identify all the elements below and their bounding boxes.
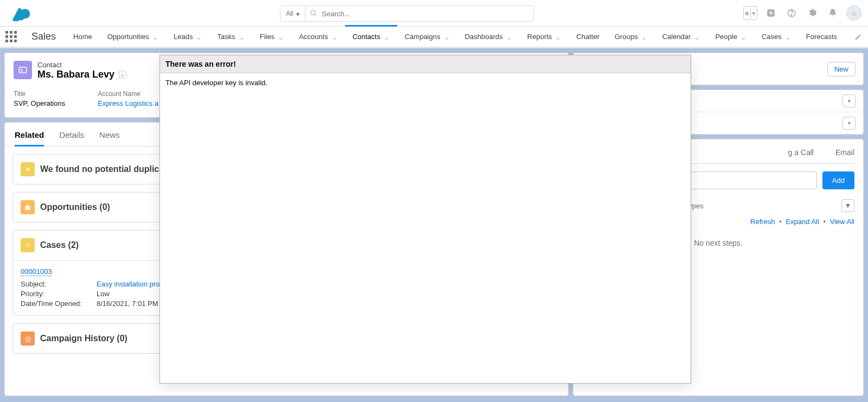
error-modal-message: The API developer key is invalid. <box>160 73 691 92</box>
tab-news[interactable]: News <box>99 130 120 146</box>
chevron-down-icon: ⌄ <box>444 33 450 41</box>
favorites-button[interactable]: ★ ▾ <box>743 6 757 20</box>
chevron-down-icon: ⌄ <box>278 33 284 41</box>
tab-related[interactable]: Related <box>15 130 44 146</box>
help-icon[interactable] <box>784 6 799 20</box>
activity-tab-email[interactable]: Email <box>835 148 854 157</box>
nav-item-label: Accounts <box>299 33 328 41</box>
nav-item-label: Tasks <box>217 33 235 41</box>
title-field-label: Title <box>14 90 65 98</box>
nav-item-label: Leads <box>174 33 193 41</box>
user-avatar[interactable]: ☺ <box>846 5 861 21</box>
error-modal: There was an error! The API developer ke… <box>159 55 691 384</box>
svg-point-4 <box>791 15 792 16</box>
chevron-down-icon: ⌄ <box>331 33 337 41</box>
svg-rect-5 <box>19 67 27 73</box>
refresh-link[interactable]: Refresh <box>750 218 775 226</box>
chevron-down-icon: ▾ <box>296 10 299 18</box>
nav-item-campaigns[interactable]: Campaigns⌄ <box>397 27 457 47</box>
case-number-link[interactable]: 00001003 <box>21 267 52 276</box>
duplicate-icon: ✶ <box>21 162 35 176</box>
svg-point-6 <box>21 69 22 71</box>
nav-item-label: Files <box>260 33 275 41</box>
nav-item-contacts[interactable]: Contacts⌄ <box>345 27 397 47</box>
campaign-icon: ◎ <box>21 331 35 346</box>
global-search: All ▾ <box>280 5 534 22</box>
campaign-heading[interactable]: Campaign History (0) <box>40 334 127 343</box>
case-opened-label: Date/Time Opened: <box>21 299 97 308</box>
title-field-value: SVP, Operations <box>14 99 65 107</box>
nav-item-label: Chatter <box>576 33 599 41</box>
svg-point-0 <box>311 10 315 14</box>
global-header: All ▾ ★ ▾ ☺ <box>0 0 868 27</box>
case-icon: ⌑ <box>21 238 35 252</box>
cases-heading[interactable]: Cases (2) <box>40 240 79 250</box>
search-scope-label: All <box>286 10 293 17</box>
gear-icon[interactable] <box>805 6 819 20</box>
nav-item-label: Forecasts <box>806 33 837 41</box>
chevron-down-icon: ⌄ <box>152 33 158 41</box>
new-button[interactable]: New <box>827 62 856 76</box>
bell-icon[interactable] <box>826 6 840 20</box>
nav-item-dashboards[interactable]: Dashboards⌄ <box>457 27 520 47</box>
account-field-label: Account Name <box>98 90 158 98</box>
case-subject-label: Subject: <box>21 280 97 288</box>
edit-nav-icon[interactable] <box>848 27 868 47</box>
chevron-down-icon: ⌄ <box>741 33 746 41</box>
hierarchy-icon[interactable]: ⌂ <box>119 71 126 79</box>
nav-item-label: People <box>715 33 737 41</box>
nav-item-tasks[interactable]: Tasks⌄ <box>209 27 252 47</box>
duplicates-heading[interactable]: We found no potential duplicat <box>40 164 167 174</box>
salesforce-cloud-logo <box>10 5 34 21</box>
error-modal-title: There was an error! <box>160 55 691 73</box>
opportunity-icon: ☗ <box>21 200 35 214</box>
chevron-down-icon: ⌄ <box>196 33 202 41</box>
nav-item-cases[interactable]: Cases⌄ <box>754 27 799 47</box>
nav-item-label: Groups <box>615 33 638 41</box>
account-link[interactable]: Express Logistics a <box>98 99 158 107</box>
app-name: Sales <box>22 27 66 47</box>
chevron-down-icon: ⌄ <box>555 33 561 41</box>
nav-item-calendar[interactable]: Calendar⌄ <box>655 27 708 47</box>
opportunities-heading[interactable]: Opportunities (0) <box>40 202 110 212</box>
chevron-down-icon: ⌄ <box>239 33 245 41</box>
case-priority-value: Low <box>97 290 110 298</box>
nav-item-label: Calendar <box>662 33 691 41</box>
add-task-button[interactable]: Add <box>822 171 854 189</box>
nav-item-reports[interactable]: Reports⌄ <box>520 27 569 47</box>
nav-item-leads[interactable]: Leads⌄ <box>166 27 209 47</box>
nav-item-label: Home <box>73 33 92 41</box>
tab-details[interactable]: Details <box>59 130 84 146</box>
nav-item-home[interactable]: Home <box>66 27 100 47</box>
view-all-link[interactable]: View All <box>830 218 854 226</box>
nav-item-label: Campaigns <box>405 33 441 41</box>
nav-item-forecasts[interactable]: Forecasts <box>799 27 845 47</box>
star-icon: ★ <box>744 8 751 18</box>
nav-item-files[interactable]: Files⌄ <box>252 27 291 47</box>
nav-item-label: Reports <box>527 33 552 41</box>
context-nav-bar: Sales HomeOpportunities⌄Leads⌄Tasks⌄File… <box>0 27 868 48</box>
activity-tab-call[interactable]: g a Call <box>788 148 814 157</box>
nav-item-label: Opportunities <box>107 33 149 41</box>
case-subject-value[interactable]: Easy installation pro <box>97 280 159 288</box>
expand-all-link[interactable]: Expand All <box>786 218 819 226</box>
search-input[interactable] <box>305 10 533 18</box>
chevron-down-icon: ⌄ <box>384 33 390 41</box>
nav-item-label: Cases <box>762 33 782 41</box>
nav-item-opportunities[interactable]: Opportunities⌄ <box>100 27 166 47</box>
add-button[interactable] <box>764 6 778 20</box>
nav-item-chatter[interactable]: Chatter <box>569 27 607 47</box>
summary-menu-1[interactable]: ▾ <box>843 117 856 130</box>
record-object-type: Contact <box>37 61 126 69</box>
app-launcher[interactable] <box>0 27 22 47</box>
nav-item-people[interactable]: People⌄ <box>707 27 754 47</box>
filter-funnel-icon[interactable]: ▼ <box>841 199 854 212</box>
summary-menu-0[interactable]: ▾ <box>843 94 856 107</box>
nav-item-groups[interactable]: Groups⌄ <box>607 27 655 47</box>
search-scope-select[interactable]: All ▾ <box>280 6 305 21</box>
chevron-down-icon: ⌄ <box>506 33 512 41</box>
case-opened-value: 8/16/2021, 7:01 PM <box>97 299 158 308</box>
nav-item-label: Dashboards <box>465 33 503 41</box>
chevron-down-icon: ⌄ <box>785 33 791 41</box>
nav-item-accounts[interactable]: Accounts⌄ <box>291 27 344 47</box>
